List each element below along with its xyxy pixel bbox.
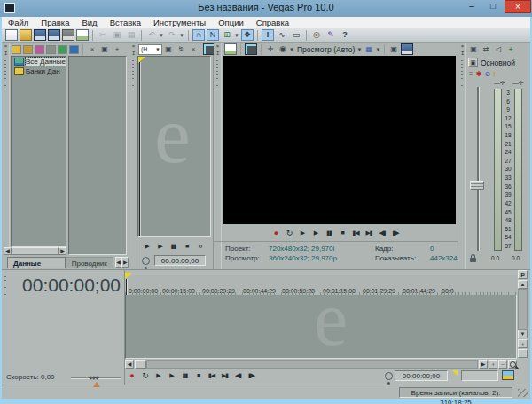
pin-panel-icon[interactable]: ↥ — [130, 50, 137, 57]
menu-item[interactable]: Вставка — [104, 18, 147, 27]
combo-dropdown-icon[interactable]: ▼ — [155, 45, 161, 54]
pin-panel-icon[interactable]: ↥ — [459, 50, 466, 57]
go-to-start-button[interactable]: ▮◀ — [349, 227, 363, 239]
record-button[interactable]: ● — [125, 369, 138, 382]
new-project-button[interactable] — [5, 29, 18, 41]
downmix-output-icon[interactable]: ⇄ — [481, 44, 491, 54]
resize-grip[interactable] — [518, 389, 528, 397]
save-snapshot-icon[interactable] — [401, 43, 413, 55]
next-frame-button[interactable]: ▮▶ — [245, 369, 258, 382]
h-zoom-out-icon[interactable]: – — [498, 360, 507, 369]
trimmer-stop-button[interactable]: ■ — [180, 240, 193, 252]
trimmer-cursor-line[interactable] — [139, 62, 140, 236]
title-bar[interactable]: Без названия - Vegas Pro 10.0 – □ × — [0, 0, 532, 17]
render-as-button[interactable] — [48, 29, 60, 41]
menu-item[interactable]: Правка — [35, 18, 75, 27]
loop-playback-button[interactable]: ↻ — [138, 369, 152, 382]
menu-item[interactable]: Файл — [2, 18, 35, 27]
track-area[interactable]: e — [125, 295, 517, 359]
tab-project-media[interactable]: Данные проекта — [7, 257, 66, 268]
split-view-dropdown-icon[interactable]: ▼ — [375, 47, 381, 52]
tab-scroll-right-icon[interactable]: ▶ — [121, 257, 129, 268]
preview-mode-dropdown-icon[interactable]: ▼ — [356, 47, 363, 52]
trimmer-lightning-icon[interactable]: ↯ — [176, 44, 186, 54]
rate-slider-handle[interactable]: ◆◆◆ — [89, 374, 98, 380]
timeline-big-timecode[interactable]: 00:00:00;00 — [11, 274, 121, 296]
external-monitor-icon[interactable] — [245, 43, 257, 55]
pin-panel-icon[interactable]: ↥ — [215, 50, 221, 57]
meter-left[interactable] — [494, 89, 502, 251]
split-view-icon[interactable]: ▦ — [364, 44, 374, 54]
tree-h-scrollbar[interactable]: ◀ ▶ — [4, 247, 66, 255]
automation-icon[interactable]: ≡ — [469, 70, 473, 78]
event-media-icon[interactable] — [502, 370, 514, 380]
meter-cap-icon[interactable]: —✛ — [494, 80, 505, 87]
timeline-drag-handle[interactable] — [4, 276, 6, 296]
undo-dropdown-icon[interactable]: ▼ — [159, 33, 165, 38]
h-zoom-in-icon[interactable]: ＋ — [489, 360, 497, 369]
tree-item-label[interactable]: Банки Дан — [26, 67, 60, 75]
split-screen-icon[interactable]: ✛ — [265, 44, 276, 54]
stop-button[interactable]: ■ — [192, 369, 205, 382]
panel-grip[interactable]: × ↥ — [129, 43, 137, 269]
v-scroll-up-icon[interactable]: ▲ — [518, 280, 528, 289]
scroll-left-icon[interactable]: ◀ — [4, 247, 12, 255]
preview-quality-icon[interactable]: ◉ — [278, 44, 288, 54]
trimmer-play-button[interactable]: ▶ — [153, 240, 167, 252]
next-frame-button[interactable]: ▮▶ — [389, 227, 403, 239]
close-panel-icon[interactable]: × — [3, 43, 9, 50]
auto-ripple-button[interactable]: N — [207, 29, 219, 41]
play-from-start-button[interactable]: ▶ — [152, 369, 165, 382]
selection-length-box[interactable] — [461, 370, 498, 381]
loop-playback-button[interactable]: ↻ — [283, 227, 296, 239]
volume-fader-handle[interactable] — [470, 181, 484, 190]
trimmer-save-icon[interactable]: ▣ — [163, 44, 174, 54]
device-explorer-icon[interactable] — [69, 45, 79, 54]
mute-icon[interactable]: ⊘ — [484, 70, 490, 78]
save-project-button[interactable] — [34, 29, 46, 41]
drag-handle[interactable] — [216, 60, 218, 90]
tab-scroll-left-icon[interactable]: ◀ — [115, 257, 122, 268]
volume-fader-track[interactable] — [477, 87, 479, 251]
tree-item-all-media[interactable]: Все Данные — [12, 57, 66, 66]
trimmer-overflow-icon[interactable]: » — [193, 240, 207, 252]
interactive-tutorials-button[interactable]: ✎ — [325, 29, 337, 41]
copy-button[interactable]: ▣ — [111, 29, 123, 41]
video-display[interactable] — [223, 56, 456, 224]
bus-collapse-icon[interactable]: ▣ — [468, 58, 478, 67]
menu-item[interactable]: Вид — [75, 18, 103, 27]
drag-handle[interactable] — [461, 60, 463, 90]
normal-edit-tool-button[interactable]: I — [262, 29, 274, 41]
solo-icon[interactable]: ! — [493, 70, 496, 78]
menu-item[interactable]: Инструменты — [147, 18, 212, 27]
v-zoom-out-icon[interactable]: – — [518, 349, 528, 358]
scroll-right-icon[interactable]: ▶ — [59, 247, 66, 255]
timeline-panel-button[interactable]: P — [518, 270, 528, 279]
mixer-properties-icon[interactable]: ▣ — [468, 44, 479, 54]
menu-item[interactable]: Справка — [250, 18, 295, 27]
insert-fx-icon[interactable]: + — [505, 44, 516, 54]
h-scroll-right-icon[interactable]: ▶ — [479, 360, 488, 369]
panel-grip[interactable]: × ↥ — [458, 43, 466, 269]
publish-project-button[interactable] — [62, 29, 74, 41]
minimize-button[interactable]: – — [461, 0, 482, 13]
v-scroll-down-icon[interactable]: ▼ — [518, 330, 528, 338]
trimmer-timecode[interactable]: 00:00:00;00 — [154, 255, 206, 266]
drag-handle[interactable] — [132, 60, 134, 90]
zoom-tool-icon[interactable] — [508, 360, 517, 369]
tab-explorer[interactable]: Проводник — [66, 257, 113, 268]
dim-output-icon[interactable]: ◁ — [493, 44, 504, 54]
project-video-properties-icon[interactable] — [224, 43, 237, 55]
previous-frame-button[interactable]: ◀▮ — [231, 369, 245, 382]
ignore-event-grouping-button[interactable]: ❖ — [241, 29, 254, 41]
menu-item[interactable]: Опции — [212, 18, 250, 27]
remove-media-icon[interactable]: × — [87, 44, 98, 54]
media-list[interactable] — [68, 56, 127, 255]
media-bins-tree[interactable]: Все Данные Банки Дан — [11, 56, 66, 247]
lock-envelopes-dropdown-icon[interactable]: ▼ — [234, 33, 240, 38]
go-to-end-button[interactable]: ▶▮ — [363, 227, 376, 239]
trimmer-pause-button[interactable]: ▮▮ — [167, 240, 180, 252]
previous-frame-button[interactable]: ◀▮ — [376, 227, 389, 239]
v-zoom-in-icon[interactable]: ＋ — [518, 339, 528, 348]
trimmer-play-from-start-button[interactable]: ▶ — [140, 240, 153, 252]
